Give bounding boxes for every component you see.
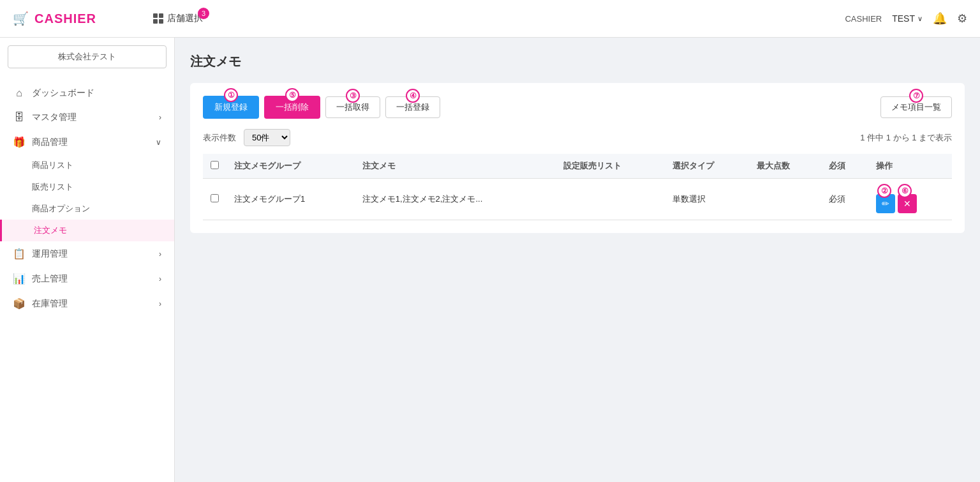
row-memo-group: 注文メモグループ1 — [226, 179, 355, 220]
sidebar-item-dashboard[interactable]: ⌂ ダッシュボード — [0, 81, 174, 105]
annotation-3: ③ — [346, 89, 360, 103]
annotation-2: ② — [877, 184, 891, 198]
bulk-delete-wrap: ⑤ 一括削除 — [264, 96, 320, 119]
logo-text: CASHIER — [34, 11, 96, 26]
main-content: 注文メモ ① 新規登録 ⑤ 一括削除 ③ — [175, 38, 980, 482]
notification-bell-icon[interactable]: 🔔 — [933, 11, 947, 26]
sidebar: 株式会社テスト ⌂ ダッシュボード 🗄 マスタ管理 › 🎁 商品管理 ∨ — [0, 38, 175, 482]
row-required: 必須 — [821, 179, 868, 220]
toolbar: ① 新規登録 ⑤ 一括削除 ③ 一括取得 ④ — [203, 96, 952, 119]
master-chevron-icon: › — [159, 113, 161, 122]
row-select-type: 単数選択 — [665, 179, 749, 220]
items-per-page-select[interactable]: 10件 25件 50件 100件 — [244, 129, 290, 146]
annotation-5: ⑤ — [285, 88, 299, 102]
order-memo-table: 注文メモグループ 注文メモ 設定販売リスト 選択タイプ 最大点数 必須 操作 — [203, 154, 952, 220]
clipboard-icon: 📋 — [13, 248, 26, 260]
sidebar-item-master-label: マスタ管理 — [32, 112, 152, 123]
annotation-4: ④ — [406, 89, 420, 103]
header-action: 操作 — [868, 154, 952, 179]
cart-icon: 🛒 — [13, 11, 29, 26]
header-user-label: CASHIER — [845, 14, 882, 24]
company-name[interactable]: 株式会社テスト — [8, 45, 167, 68]
row-max-points — [749, 179, 821, 220]
grid-icon — [153, 13, 163, 24]
row-sales-list — [556, 179, 665, 220]
box-icon: 📦 — [13, 297, 26, 310]
memo-list-wrap: ⑦ メモ項目一覧 — [880, 96, 952, 118]
action-buttons-wrap: ② ⑥ ✏ ✕ — [876, 185, 917, 213]
sidebar-item-sales-label: 売上管理 — [32, 273, 152, 285]
body-layout: 株式会社テスト ⌂ ダッシュボード 🗄 マスタ管理 › 🎁 商品管理 ∨ — [0, 38, 980, 482]
bulk-register-wrap: ④ 一括登録 — [385, 96, 440, 118]
sidebar-item-dashboard-label: ダッシュボード — [32, 87, 161, 99]
header-right: CASHIER TEST ∨ 🔔 ⚙ — [845, 11, 967, 26]
sidebar-sub-sales-list[interactable]: 販売リスト — [0, 176, 174, 198]
chart-icon: 📊 — [13, 273, 26, 285]
select-all-checkbox[interactable] — [211, 161, 219, 169]
sidebar-nav: ⌂ ダッシュボード 🗄 マスタ管理 › 🎁 商品管理 ∨ 商品リスト 販売リスト — [0, 76, 174, 321]
header-memo-group: 注文メモグループ — [226, 154, 355, 179]
gift-icon: 🎁 — [13, 136, 26, 148]
sidebar-item-operation-label: 運用管理 — [32, 248, 152, 260]
sidebar-item-product-label: 商品管理 — [32, 137, 149, 148]
table-row: 注文メモグループ1 注文メモ1,注文メモ2,注文メモ... 単数選択 必須 ② … — [203, 179, 952, 220]
annotation-1: ① — [224, 88, 238, 102]
logo: 🛒 CASHIER — [13, 11, 140, 26]
settings-gear-icon[interactable]: ⚙ — [957, 11, 967, 26]
annotation-6: ⑥ — [898, 184, 912, 198]
page-title: 注文メモ — [190, 53, 965, 70]
sidebar-sub-product-option[interactable]: 商品オプション — [0, 198, 174, 220]
header-memo: 注文メモ — [355, 154, 556, 179]
user-menu[interactable]: TEST ∨ — [892, 13, 923, 24]
row-memo: 注文メモ1,注文メモ2,注文メモ... — [355, 179, 556, 220]
database-icon: 🗄 — [13, 112, 26, 123]
bulk-get-wrap: ③ 一括取得 — [325, 96, 380, 118]
items-per-page-label: 表示件数 — [203, 132, 236, 144]
home-icon: ⌂ — [13, 87, 26, 99]
sidebar-item-master[interactable]: 🗄 マスタ管理 › — [0, 105, 174, 130]
new-registration-wrap: ① 新規登録 — [203, 96, 259, 119]
table-header-row: 注文メモグループ 注文メモ 設定販売リスト 選択タイプ 最大点数 必須 操作 — [203, 154, 952, 179]
sales-chevron-icon: › — [159, 275, 161, 283]
sidebar-item-inventory-label: 在庫管理 — [32, 298, 152, 310]
row-checkbox[interactable] — [211, 194, 219, 202]
app: 🛒 CASHIER 店舗選択 3 CASHIER TEST ∨ 🔔 ⚙ 株式会社… — [0, 0, 980, 482]
table-controls: 表示件数 10件 25件 50件 100件 1 件中 1 から 1 まで表示 — [203, 129, 952, 146]
header-max-points: 最大点数 — [749, 154, 821, 179]
content-card: ① 新規登録 ⑤ 一括削除 ③ 一括取得 ④ — [190, 83, 965, 233]
table-info: 1 件中 1 から 1 まで表示 — [860, 132, 952, 144]
row-checkbox-cell — [203, 179, 226, 220]
header-required: 必須 — [821, 154, 868, 179]
store-badge: 3 — [198, 8, 209, 19]
header: 🛒 CASHIER 店舗選択 3 CASHIER TEST ∨ 🔔 ⚙ — [0, 0, 980, 38]
user-name: TEST — [892, 13, 915, 24]
header-sales-list: 設定販売リスト — [556, 154, 665, 179]
annotation-7: ⑦ — [909, 89, 923, 103]
row-action-cell: ② ⑥ ✏ ✕ — [868, 179, 952, 220]
sidebar-sub-order-memo[interactable]: 注文メモ — [0, 220, 174, 241]
header-checkbox-col — [203, 154, 226, 179]
inventory-chevron-icon: › — [159, 299, 161, 308]
sidebar-item-sales[interactable]: 📊 売上管理 › — [0, 266, 174, 291]
store-selector[interactable]: 店舗選択 3 — [153, 13, 203, 24]
sidebar-item-operation[interactable]: 📋 運用管理 › — [0, 241, 174, 266]
sidebar-sub-product-list[interactable]: 商品リスト — [0, 154, 174, 176]
sidebar-item-inventory[interactable]: 📦 在庫管理 › — [0, 291, 174, 316]
user-chevron: ∨ — [917, 15, 923, 23]
product-chevron-icon: ∨ — [156, 138, 161, 147]
sidebar-item-product[interactable]: 🎁 商品管理 ∨ — [0, 130, 174, 154]
header-select-type: 選択タイプ — [665, 154, 749, 179]
operation-chevron-icon: › — [159, 250, 161, 259]
